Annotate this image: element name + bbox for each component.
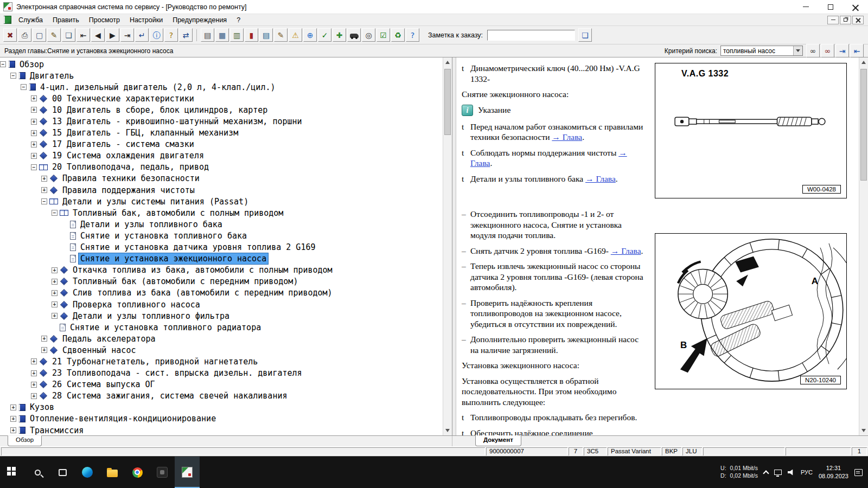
edit-document-button[interactable]: ✎	[47, 28, 61, 42]
task-view-button[interactable]	[50, 457, 75, 488]
expander-plus-icon[interactable]: +	[31, 95, 37, 101]
info-button[interactable]: ⓘ	[150, 28, 163, 42]
expander-plus-icon[interactable]: +	[10, 416, 16, 422]
edge-taskbar-button[interactable]	[75, 457, 100, 488]
scroll-thumb[interactable]	[860, 69, 867, 181]
nav-prev-button[interactable]: ◀	[91, 28, 105, 42]
expander-plus-icon[interactable]: +	[31, 130, 37, 136]
taskbar-search-button[interactable]	[25, 457, 50, 488]
chapter-link[interactable]: → Глава	[611, 246, 641, 255]
scroll-up-button[interactable]	[443, 57, 452, 67]
expander-plus-icon[interactable]: +	[52, 290, 58, 296]
network-status-icon[interactable]	[774, 470, 782, 475]
nav-next-button[interactable]: ▶	[106, 28, 119, 42]
menu-item-Предупреждения[interactable]: Предупреждения	[168, 14, 232, 25]
chapter-link[interactable]: → Глава	[470, 148, 627, 168]
chevron-down-icon[interactable]	[793, 46, 802, 55]
mdi-close-button[interactable]	[852, 16, 864, 24]
expander-plus-icon[interactable]: +	[31, 370, 37, 376]
vehicle-button[interactable]	[347, 28, 361, 42]
tree-item[interactable]: +21 Турбонагнетатель, приводной нагнетат…	[0, 356, 443, 367]
tree-item[interactable]: +Трансмиссия	[0, 425, 443, 435]
maximize-button[interactable]	[818, 0, 843, 14]
expander-minus-icon[interactable]: −	[0, 61, 6, 67]
expander-plus-icon[interactable]: +	[31, 382, 37, 388]
tree-item[interactable]: +00 Технические характеристики	[0, 93, 443, 104]
tree-item[interactable]: +13 Двигатель - кривошипно-шатунный меха…	[0, 115, 443, 127]
scroll-track[interactable]	[443, 67, 452, 426]
expander-plus-icon[interactable]: +	[10, 404, 16, 410]
notification-center-icon[interactable]	[854, 469, 863, 476]
attachments-button[interactable]: ✚	[333, 28, 346, 42]
menu-item-Служба[interactable]: Служба	[14, 14, 48, 25]
tab-overview[interactable]: Обзор	[8, 435, 42, 446]
expander-plus-icon[interactable]: +	[31, 393, 37, 399]
chapter-link[interactable]: → Глава	[552, 132, 582, 142]
menu-item-Просмотр[interactable]: Просмотр	[84, 14, 125, 25]
explorer-taskbar-button[interactable]	[100, 457, 125, 488]
scroll-down-button[interactable]	[859, 426, 868, 435]
expander-plus-icon[interactable]: +	[41, 336, 47, 342]
tree-item[interactable]: +Проверка топливного насоса	[0, 299, 443, 310]
document-scrollbar[interactable]	[859, 57, 868, 435]
close-button[interactable]	[843, 0, 868, 14]
expander-plus-icon[interactable]: +	[31, 153, 37, 159]
refresh-button[interactable]: ♻	[391, 28, 405, 42]
chapter-link[interactable]: → Глава	[585, 174, 616, 183]
tree-item[interactable]: +Отопление-вентиляция-кондиционирование	[0, 413, 443, 425]
expander-plus-icon[interactable]: +	[52, 301, 58, 307]
order-note-input[interactable]	[487, 30, 575, 41]
language-indicator[interactable]: РУС	[801, 469, 813, 476]
menu-item-Править[interactable]: Править	[48, 14, 84, 25]
manual-button[interactable]: ▮	[245, 28, 258, 42]
new-document-button[interactable]: ▢	[33, 28, 46, 42]
doc-approve-button[interactable]: ✓	[318, 28, 331, 42]
tree-item[interactable]: +Топливный бак (автомобили с передним пр…	[0, 276, 443, 287]
tree-item[interactable]: +Кузов	[0, 402, 443, 413]
print-button[interactable]: ⎙	[18, 28, 31, 42]
expander-plus-icon[interactable]: +	[52, 279, 58, 285]
tree-item[interactable]: +17 Двигатель - система смазки	[0, 139, 443, 150]
clock[interactable]: 12:31 08.09.2023	[819, 464, 848, 480]
chrome-taskbar-button[interactable]	[125, 457, 150, 488]
nav-first-button[interactable]: ⇤	[76, 28, 90, 42]
tree-item[interactable]: +19 Система охлаждения двигателя	[0, 150, 443, 162]
tree-item[interactable]: −Детали и узлы системы питания (Passat)	[0, 196, 443, 207]
scroll-down-button[interactable]	[443, 426, 452, 435]
tree-item[interactable]: +Откачка топлива из бака, автомобили с п…	[0, 265, 443, 276]
result-forward-button[interactable]: ⇥	[835, 44, 849, 57]
expander-plus-icon[interactable]: +	[31, 142, 37, 147]
expander-minus-icon[interactable]: −	[52, 210, 58, 216]
tree-item[interactable]: +Слив топлива из бака (автомобили с пере…	[0, 287, 443, 299]
expander-plus-icon[interactable]: +	[31, 107, 37, 113]
tray-expand-chevron-icon[interactable]	[763, 470, 769, 476]
expander-plus-icon[interactable]: +	[31, 119, 37, 125]
volume-icon[interactable]	[788, 470, 795, 476]
expander-plus-icon[interactable]: +	[10, 427, 16, 433]
nav-last-button[interactable]: ⇥	[120, 28, 134, 42]
scroll-track[interactable]	[859, 67, 868, 426]
tree-scrollbar[interactable]	[443, 57, 452, 435]
mdi-restore-button[interactable]	[840, 16, 851, 24]
mdi-minimize-button[interactable]	[827, 16, 839, 24]
tree-item[interactable]: −4-цил. дизельный двигатель (2,0 л, 4-кл…	[0, 81, 443, 93]
tree-item[interactable]: −20 Топливоподача, педаль, привод	[0, 162, 443, 173]
menu-item-?[interactable]: ?	[232, 14, 245, 25]
tree-item[interactable]: Снятие и установка топливного радиатора	[0, 322, 443, 333]
search-button[interactable]: ∞	[806, 44, 820, 57]
expander-plus-icon[interactable]: +	[41, 187, 47, 193]
panel-splitter[interactable]	[452, 57, 456, 435]
expander-minus-icon[interactable]: −	[31, 164, 37, 170]
return-button[interactable]: ↵	[135, 28, 149, 42]
order-note-button[interactable]: ❏	[578, 28, 592, 42]
search-reset-button[interactable]: ∞	[821, 44, 834, 57]
tree-item[interactable]: +10 Двигатель в сборе, блок цилиндров, к…	[0, 104, 443, 115]
expander-minus-icon[interactable]: −	[10, 73, 16, 79]
doc-help-button[interactable]: ?	[406, 28, 419, 42]
expander-plus-icon[interactable]: +	[41, 347, 47, 353]
doc-grid-button[interactable]: ▦	[215, 28, 229, 42]
scroll-up-button[interactable]	[859, 57, 868, 67]
expander-plus-icon[interactable]: +	[41, 176, 47, 182]
doc-list-button[interactable]: ▤	[259, 28, 273, 42]
help-button[interactable]: ?	[164, 28, 178, 42]
